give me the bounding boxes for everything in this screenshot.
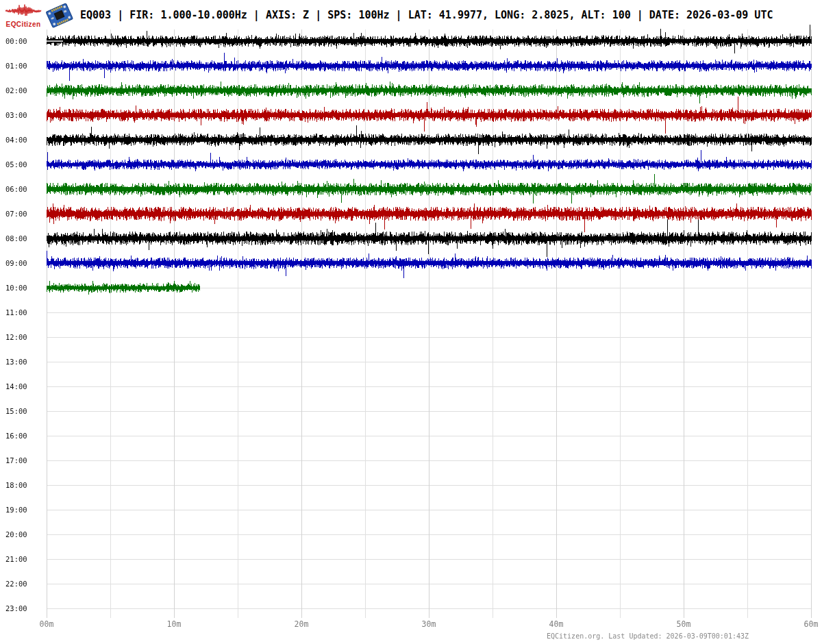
hour-label: 05:00 — [5, 160, 33, 169]
hour-label: 02:00 — [5, 86, 33, 95]
helicorder-plot-canvas — [0, 0, 822, 644]
hour-label: 09:00 — [5, 259, 33, 267]
footer-text: EQCitizen.org. Last Updated: 2026-03-09T… — [0, 632, 749, 641]
hour-label: 19:00 — [5, 506, 33, 514]
hour-label: 16:00 — [5, 432, 33, 440]
hour-label: 06:00 — [5, 185, 33, 193]
hour-label: 11:00 — [5, 308, 33, 317]
minute-label: 50m — [669, 620, 699, 629]
hour-label: 14:00 — [5, 382, 33, 391]
hour-label: 23:00 — [5, 604, 33, 612]
hour-label: 10:00 — [5, 284, 33, 292]
minute-label: 00m — [32, 620, 62, 629]
hour-label: 08:00 — [5, 234, 33, 243]
hour-label: 03:00 — [5, 111, 33, 119]
minute-label: 60m — [796, 620, 822, 629]
hour-label: 22:00 — [5, 580, 33, 588]
hour-label: 17:00 — [5, 456, 33, 465]
minute-label: 20m — [286, 620, 316, 629]
minute-label: 30m — [414, 620, 444, 629]
minute-label: 40m — [541, 620, 571, 629]
hour-label: 12:00 — [5, 333, 33, 341]
hour-label: 01:00 — [5, 62, 33, 70]
hour-label: 00:00 — [5, 37, 33, 45]
hour-label: 15:00 — [5, 407, 33, 415]
minute-label: 10m — [159, 620, 189, 629]
hour-label: 07:00 — [5, 210, 33, 218]
hour-label: 13:00 — [5, 358, 33, 366]
helicorder-page: EQCitizen EQ003 | FIR: 1.000-10.000Hz | … — [0, 0, 822, 644]
hour-label: 18:00 — [5, 481, 33, 489]
hour-label: 04:00 — [5, 136, 33, 144]
hour-label: 20:00 — [5, 530, 33, 538]
hour-label: 21:00 — [5, 555, 33, 563]
